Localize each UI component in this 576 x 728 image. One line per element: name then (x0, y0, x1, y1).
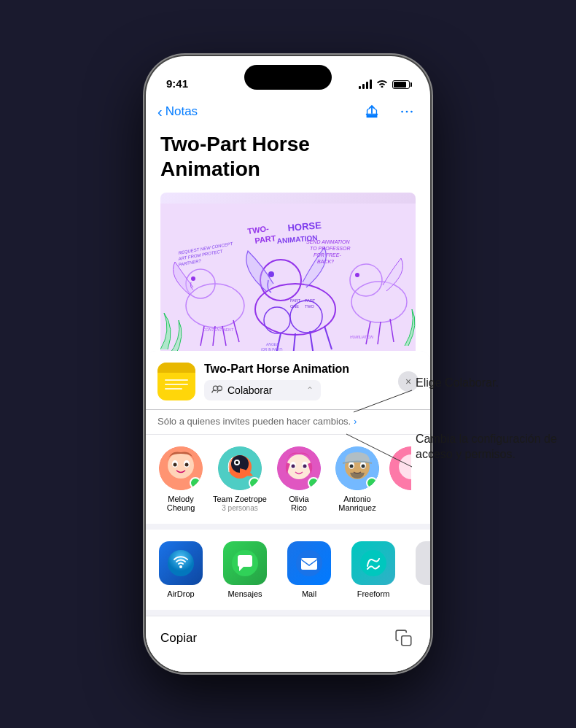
svg-point-5 (410, 111, 413, 113)
more-apps-button[interactable] (416, 541, 430, 585)
messages-icon (223, 541, 267, 585)
share-sheet: Two-Part Horse Animation Colaborar ⌃ (146, 351, 430, 672)
app-item-mail[interactable]: Mail (283, 541, 335, 598)
back-chevron-icon: ‹ (157, 104, 163, 120)
permissions-text: Sólo a quienes invites pueden hacer camb… (157, 416, 351, 427)
contact-item-antonio[interactable]: AntonioManriquez (331, 446, 384, 512)
svg-text:HUMILIATION: HUMILIATION (350, 335, 373, 339)
contact-avatar-team (218, 446, 262, 490)
svg-text:PART: PART (290, 298, 301, 303)
svg-text:CONTENTMENT: CONTENTMENT (203, 328, 234, 332)
svg-text:TO PROFESSOR: TO PROFESSOR (310, 246, 351, 251)
svg-text:SEND ANIMATION: SEND ANIMATION (306, 239, 350, 244)
contact-name-team: Team Zoetrope3 personas (213, 495, 267, 512)
more-button[interactable] (395, 100, 419, 123)
contact-item-partial (389, 446, 411, 512)
svg-text:FOR FREE-: FOR FREE- (314, 252, 341, 257)
permissions-chevron-icon: › (354, 417, 357, 427)
share-title-area: Two-Part Horse Animation Colaborar ⌃ (204, 363, 389, 400)
svg-text:ONE: ONE (290, 304, 299, 309)
svg-point-66 (291, 465, 295, 468)
wifi-icon (376, 79, 388, 90)
contact-avatar-melody (159, 446, 203, 490)
app-item-more[interactable] (411, 541, 430, 585)
freeform-icon (351, 541, 395, 585)
svg-rect-85 (402, 636, 411, 646)
note-app-icon (157, 363, 195, 400)
signal-icon (359, 80, 372, 89)
app-item-messages[interactable]: Mensajes (219, 541, 271, 598)
contact-item-team[interactable]: Team Zoetrope3 personas (213, 446, 267, 512)
contact-item-melody[interactable]: MelodyCheung (155, 446, 207, 512)
mail-icon (287, 541, 331, 585)
svg-point-77 (179, 565, 182, 568)
online-badge-antonio (366, 477, 378, 489)
svg-text:PART: PART (305, 298, 316, 303)
dropdown-chevron-icon: ⌃ (306, 385, 314, 395)
svg-point-3 (401, 111, 403, 113)
phone-frame: 9:41 ‹ Notas (146, 56, 430, 672)
contact-avatar-antonio (335, 446, 379, 490)
online-badge-melody (190, 477, 201, 489)
svg-point-81 (360, 550, 386, 576)
freeform-label: Freeform (357, 589, 390, 598)
contact-avatar-olivia (277, 446, 321, 490)
close-icon: × (405, 376, 411, 387)
status-time: 9:41 (166, 77, 188, 90)
copy-icon-button[interactable] (392, 627, 416, 650)
contact-name-antonio: AntonioManriquez (338, 495, 375, 512)
contacts-row: MelodyCheung (146, 435, 430, 530)
svg-point-67 (303, 465, 306, 468)
nav-actions (360, 100, 419, 123)
nav-bar: ‹ Notas (146, 96, 430, 128)
svg-text:ANGER: ANGER (265, 342, 279, 346)
collaborate-icon (211, 384, 223, 396)
online-badge-olivia (308, 477, 319, 489)
share-header: Two-Part Horse Animation Colaborar ⌃ (146, 351, 430, 410)
callout-2: Cambia la configuración de acceso y perm… (416, 431, 558, 462)
svg-point-55 (174, 463, 177, 467)
app-item-airdrop[interactable]: AirDrop (155, 541, 207, 598)
nav-back-button[interactable]: ‹ Notas (157, 104, 198, 120)
note-title: Two-Part HorseAnimation (160, 132, 416, 181)
svg-point-52 (168, 452, 194, 479)
svg-point-63 (287, 454, 311, 479)
contact-name-melody: MelodyCheung (167, 495, 195, 512)
svg-point-56 (185, 463, 189, 467)
share-permissions[interactable]: Sólo a quienes invites pueden hacer camb… (146, 410, 430, 435)
svg-point-23 (268, 271, 274, 277)
svg-point-61 (236, 461, 238, 464)
online-badge-team (249, 477, 260, 489)
note-icon-lines (165, 379, 188, 390)
svg-point-73 (361, 465, 365, 468)
airdrop-icon (159, 541, 203, 585)
bottom-bar: Copiar (146, 616, 430, 672)
share-note-title: Two-Part Horse Animation (204, 363, 389, 376)
app-icons-row: AirDrop Mensajes (146, 530, 430, 616)
battery-icon (392, 80, 410, 89)
svg-point-29 (355, 273, 359, 277)
svg-point-4 (406, 111, 408, 113)
contact-name-olivia: OliviaRico (289, 495, 309, 512)
messages-label: Mensajes (227, 589, 262, 598)
contact-item-olivia[interactable]: OliviaRico (273, 446, 325, 512)
svg-point-72 (349, 465, 353, 468)
collaborate-dropdown[interactable]: Colaborar ⌃ (204, 380, 321, 400)
copy-button[interactable]: Copiar (160, 631, 197, 646)
app-item-freeform[interactable]: Freeform (347, 541, 400, 598)
airdrop-label: AirDrop (167, 589, 194, 598)
svg-point-14 (191, 276, 195, 281)
svg-text:TWO: TWO (305, 304, 315, 309)
svg-text:BACK?: BACK? (317, 259, 334, 264)
status-icons (359, 79, 410, 90)
callout-1: Elige Colaborar. (416, 376, 558, 391)
share-button[interactable] (360, 100, 384, 123)
svg-rect-80 (301, 558, 317, 570)
nav-back-label: Notas (166, 104, 198, 119)
dynamic-island (244, 65, 332, 90)
mail-label: Mail (302, 589, 316, 598)
collaborate-label: Colaborar (227, 384, 302, 396)
